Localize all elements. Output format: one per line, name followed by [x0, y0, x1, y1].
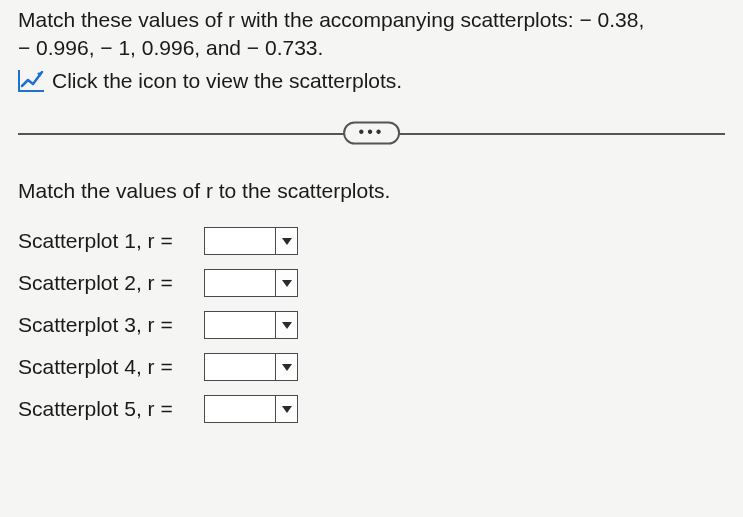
- scatterplot-row-5: Scatterplot 5, r =: [18, 395, 725, 423]
- svg-marker-4: [282, 364, 292, 371]
- scatterplot-select-5[interactable]: [204, 395, 298, 423]
- scatterplot-label: Scatterplot 2, r =: [18, 271, 198, 295]
- svg-marker-1: [282, 238, 292, 245]
- select-value: [205, 228, 275, 254]
- scatterplot-row-1: Scatterplot 1, r =: [18, 227, 725, 255]
- scatterplot-row-4: Scatterplot 4, r =: [18, 353, 725, 381]
- scatterplot-select-2[interactable]: [204, 269, 298, 297]
- chevron-down-icon: [275, 312, 297, 338]
- scatterplot-row-2: Scatterplot 2, r =: [18, 269, 725, 297]
- svg-marker-3: [282, 322, 292, 329]
- divider-wrap: •••: [18, 121, 725, 145]
- question-line-1: Match these values of r with the accompa…: [18, 8, 644, 31]
- scatterplot-list: Scatterplot 1, r = Scatterplot 2, r = Sc…: [18, 227, 725, 423]
- chart-icon[interactable]: [18, 70, 44, 92]
- scatterplot-select-3[interactable]: [204, 311, 298, 339]
- scatterplot-select-4[interactable]: [204, 353, 298, 381]
- scatterplot-label: Scatterplot 4, r =: [18, 355, 198, 379]
- svg-marker-2: [282, 280, 292, 287]
- view-scatterplots-row: Click the icon to view the scatterplots.: [18, 69, 725, 93]
- chevron-down-icon: [275, 354, 297, 380]
- chevron-down-icon: [275, 270, 297, 296]
- chevron-down-icon: [275, 228, 297, 254]
- scatterplot-label: Scatterplot 3, r =: [18, 313, 198, 337]
- scatterplot-label: Scatterplot 1, r =: [18, 229, 198, 253]
- scatterplot-label: Scatterplot 5, r =: [18, 397, 198, 421]
- select-value: [205, 396, 275, 422]
- instruction-text: Match the values of r to the scatterplot…: [18, 179, 725, 203]
- select-value: [205, 270, 275, 296]
- question-line-2: − 0.996, − 1, 0.996, and − 0.733.: [18, 36, 323, 59]
- scatterplot-select-1[interactable]: [204, 227, 298, 255]
- ellipsis-button[interactable]: •••: [343, 121, 401, 144]
- question-text: Match these values of r with the accompa…: [18, 6, 725, 63]
- view-scatterplots-text: Click the icon to view the scatterplots.: [52, 69, 402, 93]
- select-value: [205, 354, 275, 380]
- svg-marker-5: [282, 406, 292, 413]
- select-value: [205, 312, 275, 338]
- chevron-down-icon: [275, 396, 297, 422]
- ellipsis-icon: •••: [359, 122, 385, 139]
- scatterplot-row-3: Scatterplot 3, r =: [18, 311, 725, 339]
